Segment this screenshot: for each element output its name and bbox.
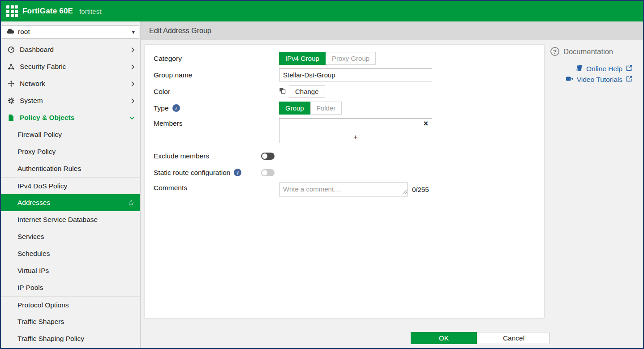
sidebar-item-dashboard[interactable]: Dashboard [1, 41, 140, 58]
sidebar-item-firewall-policy[interactable]: Firewall Policy [1, 126, 140, 143]
link-label: Online Help [586, 65, 623, 73]
exclude-members-label: Exclude members [154, 152, 279, 160]
sidebar-item-label: Protocol Options [17, 301, 69, 309]
sidebar-item-label: IP Pools [17, 284, 43, 292]
comments-row: Comments 0/255 [154, 183, 535, 196]
sidebar-item-authentication-rules[interactable]: Authentication Rules [1, 160, 140, 177]
sidebar-item-label: Traffic Shaping Policy [17, 335, 84, 343]
members-row: Members × + [154, 118, 535, 143]
sidebar-item-label: Dashboard [20, 46, 54, 54]
product-name: FortiGate 60E [22, 7, 73, 16]
clear-members-icon[interactable]: × [423, 119, 428, 129]
sidebar-item-label: Schedules [17, 250, 50, 258]
external-link-icon [626, 64, 633, 73]
sidebar-item-traffic-shaping-policy[interactable]: Traffic Shaping Policy [1, 330, 140, 347]
external-link-icon [626, 75, 633, 84]
chevron-right-icon [131, 81, 135, 87]
cancel-button[interactable]: Cancel [478, 332, 550, 344]
category-option-ipv4-group[interactable]: IPv4 Group [279, 52, 326, 65]
exclude-members-label-text: Exclude members [154, 152, 209, 160]
sidebar-item-system[interactable]: System [1, 92, 140, 109]
form-actions: OK Cancel [411, 332, 550, 344]
sidebar: root ▾ Dashboard Security Fabric [1, 21, 141, 348]
link-label: Video Tutorials [577, 76, 623, 84]
color-change-button[interactable]: Change [289, 85, 325, 98]
sidebar-item-protocol-options[interactable]: Protocol Options [1, 296, 140, 313]
video-tutorials-link[interactable]: Video Tutorials [566, 75, 633, 84]
app-window: FortiGate 60E fortitest root ▾ Dashboard… [0, 0, 644, 349]
color-swatch-icon [279, 87, 286, 96]
sidebar-item-services[interactable]: Services [1, 228, 140, 245]
vdom-label: root [18, 28, 30, 36]
sidebar-item-virtual-ips[interactable]: Virtual IPs [1, 262, 140, 279]
sidebar-item-ipv4-dos-policy[interactable]: IPv4 DoS Policy [1, 177, 140, 194]
documentation-title: Documentation [563, 47, 613, 56]
members-box[interactable]: × + [279, 118, 432, 143]
sidebar-item-label: Proxy Policy [17, 148, 56, 156]
add-member-button[interactable]: + [279, 133, 432, 142]
sidebar-item-network[interactable]: Network [1, 75, 140, 92]
sidebar-item-label: Network [20, 80, 45, 88]
top-bar: FortiGate 60E fortitest [1, 1, 643, 21]
type-label-text: Type [154, 104, 169, 112]
sidebar-item-ip-pools[interactable]: IP Pools [1, 279, 140, 296]
book-icon [576, 64, 583, 73]
help-icon: ? [550, 47, 559, 56]
group-name-input[interactable] [279, 68, 432, 81]
static-route-label-text: Static route configuration [154, 169, 230, 177]
static-route-toggle[interactable] [261, 169, 275, 176]
type-row: Type i Group Folder [154, 102, 535, 115]
comments-textarea[interactable] [279, 183, 408, 196]
type-option-group[interactable]: Group [279, 102, 310, 115]
exclude-members-toggle[interactable] [261, 153, 275, 160]
page-header: Edit Address Group [141, 21, 643, 40]
sidebar-item-label: Services [17, 233, 44, 241]
online-help-link[interactable]: Online Help [576, 64, 633, 73]
gear-icon [7, 97, 15, 104]
fortinet-logo-icon [6, 5, 18, 17]
info-icon: i [234, 169, 241, 176]
chevron-down-icon [129, 116, 135, 120]
network-icon [7, 80, 15, 87]
sidebar-item-label: Internet Service Database [17, 216, 98, 224]
type-label: Type i [154, 104, 279, 112]
security-fabric-icon [7, 63, 15, 70]
chevron-right-icon [131, 47, 135, 53]
sidebar-item-schedules[interactable]: Schedules [1, 245, 140, 262]
vdom-selector[interactable]: root ▾ [2, 25, 139, 38]
color-label: Color [154, 88, 279, 96]
page-title: Edit Address Group [149, 27, 211, 35]
ok-button[interactable]: OK [411, 332, 477, 344]
sidebar-item-label: Addresses [17, 199, 50, 207]
sidebar-item-label: Firewall Policy [17, 131, 62, 139]
type-option-folder[interactable]: Folder [310, 102, 342, 115]
group-name-label: Group name [154, 71, 279, 79]
static-route-row: Static route configuration i [154, 166, 535, 179]
sidebar-item-traffic-shapers[interactable]: Traffic Shapers [1, 313, 140, 330]
dashboard-icon [7, 46, 15, 53]
sidebar-item-internet-service-database[interactable]: Internet Service Database [1, 211, 140, 228]
caret-down-icon: ▾ [132, 29, 135, 35]
members-label: Members [154, 118, 279, 128]
edit-address-group-form: Category IPv4 Group Proxy Group Group na… [144, 44, 545, 318]
sidebar-item-label: Traffic Shapers [17, 318, 64, 326]
sidebar-item-addresses[interactable]: Addresses ☆ [1, 194, 140, 211]
sidebar-item-proxy-policy[interactable]: Proxy Policy [1, 143, 140, 160]
favorite-star-icon[interactable]: ☆ [128, 199, 135, 207]
sidebar-item-policy-objects[interactable]: Policy & Objects [1, 109, 140, 126]
chevron-right-icon [131, 98, 135, 104]
sidebar-item-label: IPv4 DoS Policy [17, 182, 67, 190]
category-option-proxy-group[interactable]: Proxy Group [326, 52, 376, 65]
comments-label: Comments [154, 183, 279, 192]
sidebar-item-label: Virtual IPs [17, 267, 49, 275]
type-segmented-control: Group Folder [279, 102, 342, 115]
documentation-panel: ? Documentation Online Help Video Tutori… [550, 47, 633, 84]
sidebar-item-label: Authentication Rules [17, 165, 81, 173]
sidebar-item-label: System [20, 97, 43, 105]
sidebar-item-label: Policy & Objects [20, 114, 74, 122]
sidebar-item-security-fabric[interactable]: Security Fabric [1, 58, 140, 75]
sidebar-item-label: Security Fabric [20, 63, 66, 71]
cloud-icon [6, 28, 14, 36]
color-row: Color Change [154, 85, 535, 98]
group-name-row: Group name [154, 68, 535, 81]
